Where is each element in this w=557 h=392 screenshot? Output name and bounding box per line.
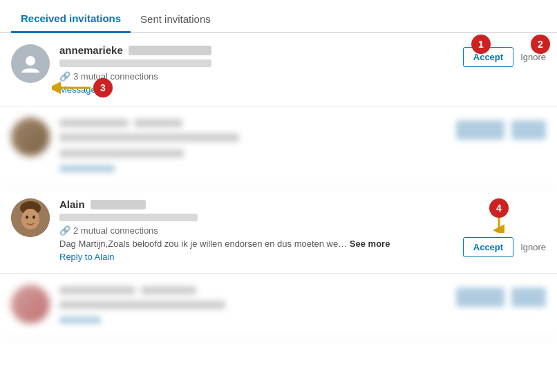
avatar-blurred2 [11,118,50,156]
title-blur-alain [59,214,198,221]
invitation-item-alain: Alain 🔗 2 mutual connections Dag Martijn… [0,187,557,274]
annemarieke-name: annemarieke [59,44,435,56]
avatar-annemarieke [11,44,50,83]
accept-button-alain[interactable]: Accept [463,237,513,257]
blurred4-content [59,285,445,327]
annotation-bubble-1: 1 [471,35,491,54]
invitation-item-blurred2 [0,106,557,187]
alain-content: Alain 🔗 2 mutual connections Dag Martijn… [59,198,435,262]
blurred4-actions [456,285,546,307]
alain-mutual: 🔗 2 mutual connections [59,225,435,236]
annotation-4-area: 4 [489,198,509,233]
ignore-button-alain[interactable]: Ignore [520,242,546,252]
annotation-3-area: 3 [52,78,113,97]
svg-point-4 [21,209,39,230]
annotation-3-arrow [52,81,93,95]
name-blur-alain [91,200,146,209]
tab-sent[interactable]: Sent invitations [131,6,220,32]
blurred2-content [59,118,445,176]
annotation-bubble-4: 4 [489,198,509,218]
alain-name: Alain [59,198,435,210]
tab-received-label: Received invitations [21,12,121,24]
svg-point-6 [32,216,35,219]
annotation-4-arrow [493,218,504,233]
tabs-bar: Received invitations Sent invitations [0,0,557,33]
alain-actions: Accept Ignore [463,234,546,257]
annotation-bubble-3: 3 [93,78,113,97]
avatar-alain [11,198,50,237]
annemarieke-content: annemarieke 🔗 3 mutual connections Messa… [59,44,435,95]
person-icon [20,53,41,74]
reply-link-alain[interactable]: Reply to Alain [59,252,115,262]
alain-face-svg [11,198,50,237]
chain-icon-alain: 🔗 [59,225,70,236]
annotation-bubble-2: 2 [531,35,550,54]
see-more-link[interactable]: See more [350,239,390,249]
svg-point-0 [26,56,35,66]
blurred2-actions [456,118,546,140]
tab-sent-label: Sent invitations [140,13,211,25]
invitation-list: annemarieke 🔗 3 mutual connections Messa… [0,33,557,339]
name-blur [129,46,211,55]
annemarieke-mutual: 🔗 3 mutual connections [59,71,435,82]
invitation-item-annemarieke: annemarieke 🔗 3 mutual connections Messa… [0,33,557,106]
title-blur [59,59,211,67]
alain-message: Dag Martijn,Zoals beloofd zou ik je will… [59,239,435,249]
annemarieke-title [59,57,435,68]
alain-title [59,212,435,222]
tab-received[interactable]: Received invitations [11,6,131,33]
svg-point-5 [26,216,28,219]
invitation-item-blurred4 [0,274,557,339]
avatar-blurred4 [11,285,50,324]
